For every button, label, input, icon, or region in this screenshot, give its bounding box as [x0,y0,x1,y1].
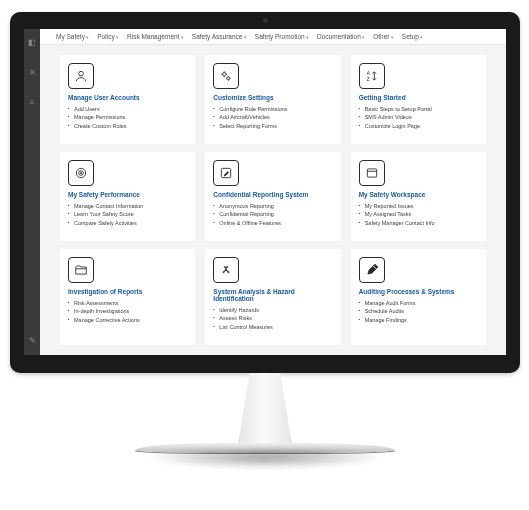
svg-point-1 [223,73,227,77]
nav-item-safety-promotion[interactable]: Safety Promotion [255,33,309,40]
window-icon [359,160,385,186]
card-title[interactable]: Confidential Reporting System [213,191,332,198]
card-list-item[interactable]: Create Custom Roles [68,122,187,130]
svg-rect-9 [367,169,376,177]
rail-menu-icon[interactable]: ≡ [28,99,36,107]
card-list: Risk AssessmentsIn-depth InvestigationsM… [68,299,187,324]
card-title[interactable]: System Analysis & Hazard Identification [213,288,332,302]
card-confidential-reporting-system: Confidential Reporting SystemAnonymous R… [205,152,340,241]
card-title[interactable]: My Safety Workspace [359,191,478,198]
card-list: Add UsersManage PermissionsCreate Custom… [68,105,187,130]
card-list-item[interactable]: Basic Steps to Setup Portal [359,105,478,113]
card-list-item[interactable]: Manage Corrective Actions [68,316,187,324]
card-list-item[interactable]: Assess Risks [213,314,332,322]
card-title[interactable]: Getting Started [359,94,478,101]
left-rail: ◧ ✕ ≡ ✎ [24,29,40,355]
card-title[interactable]: My Safety Performance [68,191,187,198]
top-nav: My SafetyPolicyRisk ManagementSafety Ass… [40,29,506,45]
svg-point-7 [80,172,81,173]
card-list-item[interactable]: Manage Contact Information [68,202,187,210]
card-list-item[interactable]: Identify Hazards [213,306,332,314]
card-getting-started: AZGetting StartedBasic Steps to Setup Po… [351,55,486,144]
card-list-item[interactable]: Online & Offline Features [213,219,332,227]
monitor-shadow [95,449,435,477]
monitor-stand-neck [230,373,300,443]
card-list-item[interactable]: Add Aircraft/Vehicles [213,113,332,121]
main-content: My SafetyPolicyRisk ManagementSafety Ass… [40,29,506,355]
card-list-item[interactable]: Configure Role Permissions [213,105,332,113]
az-icon: AZ [359,63,385,89]
nav-item-documentation[interactable]: Documentation [317,33,365,40]
card-list-item[interactable]: Risk Assessments [68,299,187,307]
card-list-item[interactable]: SMS Admin Videos [359,113,478,121]
nav-item-other[interactable]: Other [373,33,394,40]
target-icon [68,160,94,186]
monitor: ◧ ✕ ≡ ✎ My SafetyPolicyRisk ManagementSa… [10,12,520,477]
card-list-item[interactable]: Confidential Reporting [213,210,332,218]
card-my-safety-workspace: My Safety WorkspaceMy Reported IssuesMy … [351,152,486,241]
card-list-item[interactable]: Manage Audit Forms [359,299,478,307]
card-title[interactable]: Investigation of Reports [68,288,187,295]
card-list-item[interactable]: My Reported Issues [359,202,478,210]
card-list: Anonymous ReportingConfidential Reportin… [213,202,332,227]
nav-item-my-safety[interactable]: My Safety [56,33,89,40]
card-list: My Reported IssuesMy Assigned TasksSafet… [359,202,478,227]
dashboard-grid: Manage User AccountsAdd UsersManage Perm… [40,45,506,355]
card-list-item[interactable]: In-depth Investigations [68,307,187,315]
card-list: Manage Contact InformationLearn Your Saf… [68,202,187,227]
card-list: Configure Role PermissionsAdd Aircraft/V… [213,105,332,130]
card-customize-settings: Customize SettingsConfigure Role Permiss… [205,55,340,144]
card-list: Basic Steps to Setup PortalSMS Admin Vid… [359,105,478,130]
rail-edit-icon[interactable]: ✎ [28,337,36,345]
card-investigation-of-reports: Investigation of ReportsRisk Assessments… [60,249,195,345]
gears-icon [213,63,239,89]
svg-point-2 [227,77,230,80]
card-list-item[interactable]: Anonymous Reporting [213,202,332,210]
rail-expand-icon[interactable]: ✕ [28,69,36,77]
pencil-icon [359,257,385,283]
card-title[interactable]: Auditing Processes & Systems [359,288,478,295]
hazard-icon [213,257,239,283]
user-icon [68,63,94,89]
card-my-safety-performance: My Safety PerformanceManage Contact Info… [60,152,195,241]
monitor-bezel: ◧ ✕ ≡ ✎ My SafetyPolicyRisk ManagementSa… [10,12,520,373]
edit-icon [213,160,239,186]
card-list-item[interactable]: Select Reporting Forms [213,122,332,130]
rail-home-icon[interactable]: ◧ [28,39,36,47]
card-manage-user-accounts: Manage User AccountsAdd UsersManage Perm… [60,55,195,144]
card-list-item[interactable]: Add Users [68,105,187,113]
card-list-item[interactable]: Schedule Audits [359,307,478,315]
card-list-item[interactable]: List Control Measures [213,323,332,331]
card-list-item[interactable]: Manage Permissions [68,113,187,121]
card-list: Manage Audit FormsSchedule AuditsManage … [359,299,478,324]
card-title[interactable]: Customize Settings [213,94,332,101]
card-list-item[interactable]: Manage Findings [359,316,478,324]
card-list-item[interactable]: Customize Login Page [359,122,478,130]
screen: ◧ ✕ ≡ ✎ My SafetyPolicyRisk ManagementSa… [24,29,506,355]
folder-icon [68,257,94,283]
nav-item-risk-management[interactable]: Risk Management [127,33,184,40]
svg-text:Z: Z [366,77,369,82]
card-list-item[interactable]: My Assigned Tasks [359,210,478,218]
card-title[interactable]: Manage User Accounts [68,94,187,101]
card-auditing-processes-systems: Auditing Processes & SystemsManage Audit… [351,249,486,345]
nav-item-setup[interactable]: Setup [402,33,423,40]
svg-point-0 [79,71,84,76]
card-list-item[interactable]: Learn Your Safety Score [68,210,187,218]
nav-item-safety-assurance[interactable]: Safety Assurance [192,33,247,40]
nav-item-policy[interactable]: Policy [97,33,119,40]
card-system-analysis-hazard-identification: System Analysis & Hazard IdentificationI… [205,249,340,345]
card-list-item[interactable]: Compare Safety Activities [68,219,187,227]
camera-dot [263,18,268,23]
card-list-item[interactable]: Safety Manager Contact Info [359,219,478,227]
card-list: Identify HazardsAssess RisksList Control… [213,306,332,331]
svg-text:A: A [366,71,370,76]
